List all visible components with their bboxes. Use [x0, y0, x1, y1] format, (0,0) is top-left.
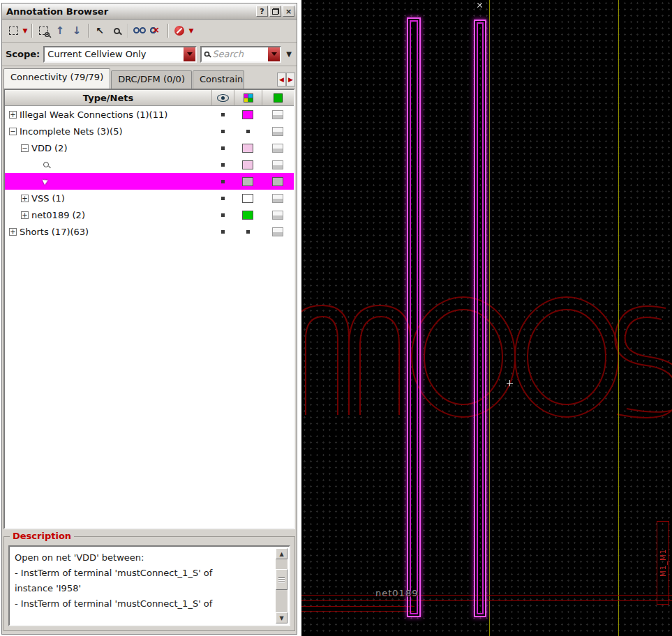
visibility-dot[interactable]: [221, 163, 225, 167]
color-swatch[interactable]: [242, 160, 253, 169]
color-swatch[interactable]: [272, 144, 283, 153]
zoom-to-button[interactable]: [35, 22, 52, 39]
previous-button[interactable]: ↑: [52, 22, 68, 39]
collapse-icon[interactable]: −: [9, 128, 17, 135]
grid-line-vertical: [489, 0, 490, 636]
color-swatch[interactable]: [272, 194, 283, 203]
color-swatch[interactable]: [272, 160, 283, 169]
restore-button[interactable]: [269, 6, 281, 17]
tab-bar-tabs: Connectivity (79/79)DRC/DFM (0/0)Constra…: [3, 68, 295, 89]
search-input[interactable]: [212, 49, 268, 59]
description-line: Open on net 'VDD' between:: [15, 550, 272, 566]
color-swatch[interactable]: [242, 110, 253, 119]
search-tool-button[interactable]: [108, 22, 125, 39]
help-button[interactable]: ?: [256, 6, 268, 17]
expand-icon[interactable]: +: [21, 195, 29, 202]
probe-button[interactable]: [5, 22, 22, 39]
scope-label: Scope:: [6, 49, 40, 59]
visibility-dot[interactable]: [221, 130, 225, 133]
visibility-dot[interactable]: [221, 113, 225, 116]
column-type-nets[interactable]: Type/Nets: [5, 93, 211, 103]
scroll-down-icon[interactable]: ▼: [276, 612, 288, 623]
description-group: Description Open on net 'VDD' between:- …: [3, 536, 295, 631]
tree-row[interactable]: +net0189 (2): [5, 206, 294, 223]
magnifier-icon: [114, 28, 120, 34]
close-button[interactable]: ×: [283, 6, 294, 17]
next-button[interactable]: ↓: [68, 22, 85, 39]
description-scrollbar[interactable]: ▲ ▼: [276, 548, 288, 623]
tab-1[interactable]: DRC/DFM (0/0): [111, 70, 192, 89]
color-swatch[interactable]: [272, 211, 283, 220]
expand-icon[interactable]: +: [9, 111, 17, 119]
visibility-dot[interactable]: [221, 180, 225, 183]
annotation-browser-window: Annotation Browser ? × ▼ ↑ ↓ ↖ × ▼ Scope…: [1, 3, 297, 635]
scroll-up-icon[interactable]: ▲: [276, 548, 288, 559]
visibility-dot[interactable]: [221, 146, 225, 150]
tree-row-label: Shorts (17)(63): [20, 227, 211, 237]
tab-scroll-right-button[interactable]: ▶: [286, 73, 295, 86]
visibility-dot[interactable]: [221, 197, 225, 200]
tab-2[interactable]: Constrain: [193, 70, 244, 89]
color-swatch[interactable]: [242, 144, 253, 153]
search-dropdown-button[interactable]: [268, 47, 280, 61]
search-box[interactable]: [200, 46, 281, 63]
color-swatch[interactable]: [272, 110, 283, 119]
device-outline-shapes: [301, 0, 672, 636]
color-swatch[interactable]: [272, 127, 283, 136]
toolbar-separator: [167, 24, 168, 38]
search-options-arrow[interactable]: ▼: [285, 50, 293, 58]
tree-row[interactable]: [5, 156, 294, 173]
column-layer-color[interactable]: [234, 90, 262, 105]
restore-icon: [272, 8, 279, 15]
scrollbar-thumb[interactable]: [276, 569, 288, 590]
scope-combo-arrow[interactable]: [184, 47, 195, 61]
scope-combo[interactable]: Current Cellview Only: [43, 46, 197, 63]
tree-row[interactable]: −Incomplete Nets (3)(5): [5, 123, 294, 139]
tree-row-label: VDD (2): [31, 143, 211, 153]
tree-row[interactable]: +VSS (1): [5, 190, 294, 206]
layout-canvas[interactable]: M1_M1 net0189: [301, 0, 672, 636]
select-pointer-button[interactable]: ↖: [91, 22, 108, 39]
mini-swatch[interactable]: [246, 230, 250, 234]
cancel-icon: [174, 26, 184, 36]
highlighted-net-path[interactable]: [407, 17, 421, 617]
tree-row[interactable]: −VDD (2): [5, 139, 294, 156]
color-swatch[interactable]: [242, 194, 253, 203]
tree-row[interactable]: [5, 173, 294, 190]
tree-row[interactable]: +Shorts (17)(63): [5, 223, 294, 240]
expand-icon[interactable]: +: [9, 228, 17, 236]
connectivity-tree: Type/Nets +Illegal Weak Connections (1)(…: [3, 89, 295, 529]
color-swatch[interactable]: [272, 177, 283, 186]
tab-0[interactable]: Connectivity (79/79): [3, 68, 110, 89]
find-connected-button[interactable]: [131, 22, 148, 39]
cancel-dropdown-icon[interactable]: ▼: [188, 27, 195, 34]
highlighted-net-path[interactable]: [474, 20, 486, 617]
crosshair-cursor-icon: [507, 380, 513, 386]
metal1-label-box: M1_M1: [657, 521, 669, 605]
collapse-icon[interactable]: −: [21, 144, 29, 152]
tab-scroll-left-button[interactable]: ◀: [277, 73, 286, 86]
expand-icon[interactable]: +: [21, 211, 29, 219]
binoculars-icon: [133, 27, 146, 34]
visibility-dot[interactable]: [221, 230, 225, 234]
search-icon: [204, 52, 210, 57]
cancel-button[interactable]: [171, 22, 188, 39]
column-highlight[interactable]: [262, 90, 294, 105]
color-swatch[interactable]: [242, 177, 253, 186]
description-text: Open on net 'VDD' between:- InstTerm of …: [15, 550, 272, 612]
tab-bar: Connectivity (79/79)DRC/DFM (0/0)Constra…: [2, 66, 297, 89]
tree-row[interactable]: +Illegal Weak Connections (1)(11): [5, 106, 294, 123]
scope-combo-value: Current Cellview Only: [45, 49, 184, 59]
clear-found-button[interactable]: ×: [148, 22, 165, 39]
visibility-dot[interactable]: [221, 213, 225, 217]
column-visibility[interactable]: [211, 90, 234, 105]
probe-dropdown-icon[interactable]: ▼: [22, 27, 29, 34]
tree-row-label: VSS (1): [31, 193, 211, 204]
description-line: - InstTerm of terminal 'mustConnect_1_S'…: [15, 596, 272, 612]
color-swatch[interactable]: [272, 227, 283, 236]
chevron-down-icon: [187, 52, 193, 56]
mini-swatch[interactable]: [246, 130, 250, 133]
window-titlebar[interactable]: Annotation Browser ? ×: [2, 3, 297, 20]
probe-icon: [9, 26, 18, 35]
color-swatch[interactable]: [242, 211, 253, 220]
